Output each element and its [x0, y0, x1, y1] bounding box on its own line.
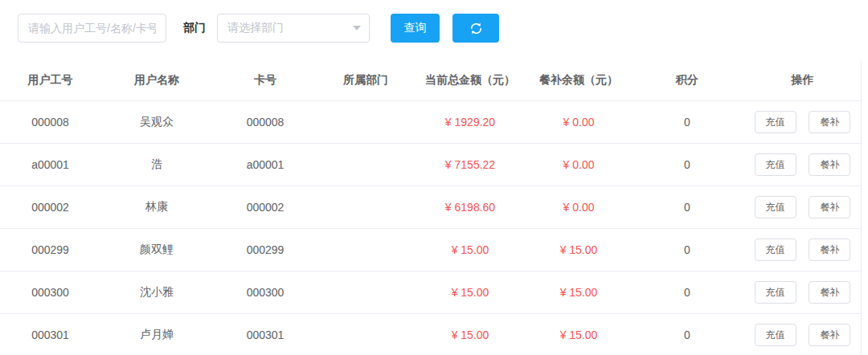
- employee-id-cell: 000299: [0, 228, 100, 271]
- subsidy-button[interactable]: 餐补: [809, 281, 850, 304]
- points-cell: 0: [631, 313, 743, 355]
- department-cell: [317, 313, 414, 355]
- total-amount-cell: ¥ 6198.60: [414, 186, 526, 228]
- actions-cell: 充值 餐补: [743, 100, 862, 143]
- column-header-3: 所属部门: [317, 60, 414, 100]
- subsidy-button[interactable]: 餐补: [809, 239, 850, 261]
- department-cell: [317, 186, 414, 228]
- department-cell: [317, 100, 414, 143]
- total-amount-cell: ¥ 15.00: [414, 228, 526, 271]
- department-cell: [317, 228, 414, 271]
- total-amount-cell: ¥ 1929.20: [414, 100, 526, 143]
- subsidy-balance-cell: ¥ 0.00: [526, 100, 631, 143]
- table-row: 000002 林康 000002 ¥ 6198.60 ¥ 0.00 0 充值 餐…: [0, 186, 862, 228]
- column-header-0: 用户工号: [0, 60, 100, 100]
- table-row: a00001 浩 a00001 ¥ 7155.22 ¥ 0.00 0 充值 餐补: [0, 143, 862, 186]
- department-select[interactable]: 请选择部门: [217, 14, 370, 43]
- total-amount-cell: ¥ 15.00: [414, 313, 526, 355]
- table-row: 000301 卢月婵 000301 ¥ 15.00 ¥ 15.00 0 充值 餐…: [0, 313, 862, 355]
- points-cell: 0: [631, 143, 743, 186]
- actions-cell: 充值 餐补: [743, 143, 862, 186]
- table-row: 000299 颜双鲤 000299 ¥ 15.00 ¥ 15.00 0 充值 餐…: [0, 228, 862, 271]
- card-no-cell: 000008: [213, 100, 317, 143]
- recharge-button[interactable]: 充值: [755, 239, 796, 261]
- subsidy-balance-cell: ¥ 15.00: [526, 313, 631, 355]
- refresh-button[interactable]: [452, 14, 499, 43]
- actions-cell: 充值 餐补: [743, 186, 862, 228]
- table-row: 000300 沈小雅 000300 ¥ 15.00 ¥ 15.00 0 充值 餐…: [0, 271, 862, 313]
- card-no-cell: 000002: [213, 186, 317, 228]
- employee-id-cell: 000002: [0, 186, 100, 228]
- table-body: 000008 吴观众 000008 ¥ 1929.20 ¥ 0.00 0 充值 …: [0, 100, 862, 355]
- department-cell: [317, 271, 414, 313]
- subsidy-balance-cell: ¥ 0.00: [526, 186, 631, 228]
- recharge-button[interactable]: 充值: [755, 281, 796, 304]
- user-name-cell: 林康: [100, 186, 213, 228]
- card-no-cell: a00001: [213, 143, 317, 186]
- recharge-button[interactable]: 充值: [755, 111, 796, 133]
- user-name-cell: 卢月婵: [100, 313, 213, 355]
- toolbar: 部门 请选择部门 查询: [0, 0, 868, 43]
- department-label: 部门: [183, 21, 206, 35]
- subsidy-button[interactable]: 餐补: [809, 111, 850, 133]
- refresh-icon: [469, 22, 483, 35]
- points-cell: 0: [631, 100, 743, 143]
- recharge-button[interactable]: 充值: [755, 153, 796, 176]
- recharge-button[interactable]: 充值: [755, 324, 796, 346]
- column-header-5: 餐补余额（元）: [526, 60, 631, 100]
- search-input[interactable]: [18, 14, 166, 43]
- department-select-placeholder: 请选择部门: [227, 21, 284, 35]
- column-header-6: 积分: [631, 60, 743, 100]
- table-row: 000008 吴观众 000008 ¥ 1929.20 ¥ 0.00 0 充值 …: [0, 100, 862, 143]
- subsidy-button[interactable]: 餐补: [809, 153, 850, 176]
- recharge-button[interactable]: 充值: [755, 196, 796, 218]
- table-header-row: 用户工号用户名称卡号所属部门当前总金额（元）餐补余额（元）积分操作: [0, 60, 862, 100]
- user-name-cell: 浩: [100, 143, 213, 186]
- column-header-4: 当前总金额（元）: [414, 60, 526, 100]
- employee-id-cell: 000301: [0, 313, 100, 355]
- subsidy-balance-cell: ¥ 15.00: [526, 228, 631, 271]
- column-header-1: 用户名称: [100, 60, 213, 100]
- subsidy-button[interactable]: 餐补: [809, 196, 850, 218]
- subsidy-button[interactable]: 餐补: [809, 324, 850, 346]
- query-button[interactable]: 查询: [391, 14, 440, 43]
- employee-id-cell: a00001: [0, 143, 100, 186]
- points-cell: 0: [631, 271, 743, 313]
- column-header-2: 卡号: [213, 60, 317, 100]
- total-amount-cell: ¥ 7155.22: [414, 143, 526, 186]
- users-table: 用户工号用户名称卡号所属部门当前总金额（元）餐补余额（元）积分操作 000008…: [0, 60, 862, 355]
- user-name-cell: 颜双鲤: [100, 228, 213, 271]
- column-header-7: 操作: [743, 60, 862, 100]
- card-no-cell: 000299: [213, 228, 317, 271]
- points-cell: 0: [631, 186, 743, 228]
- points-cell: 0: [631, 228, 743, 271]
- employee-id-cell: 000008: [0, 100, 100, 143]
- total-amount-cell: ¥ 15.00: [414, 271, 526, 313]
- employee-id-cell: 000300: [0, 271, 100, 313]
- subsidy-balance-cell: ¥ 15.00: [526, 271, 631, 313]
- card-no-cell: 000300: [213, 271, 317, 313]
- department-cell: [317, 143, 414, 186]
- subsidy-balance-cell: ¥ 0.00: [526, 143, 631, 186]
- actions-cell: 充值 餐补: [743, 313, 862, 355]
- actions-cell: 充值 餐补: [743, 228, 862, 271]
- actions-cell: 充值 餐补: [743, 271, 862, 313]
- card-no-cell: 000301: [213, 313, 317, 355]
- user-name-cell: 沈小雅: [100, 271, 213, 313]
- chevron-down-icon: [353, 26, 361, 31]
- user-name-cell: 吴观众: [100, 100, 213, 143]
